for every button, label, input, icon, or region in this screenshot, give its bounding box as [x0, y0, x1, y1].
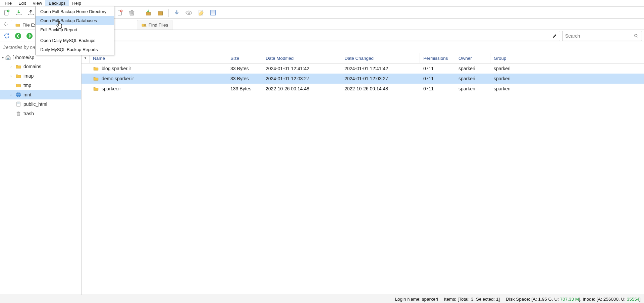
menubar: File Edit View Backups Help	[0, 0, 644, 7]
download-arrow-icon[interactable]	[172, 8, 181, 17]
nav-forward-icon[interactable]	[25, 31, 34, 41]
svg-point-19	[635, 34, 637, 37]
cell-group: sparkeri	[490, 76, 527, 81]
cell-size: 33 Bytes	[227, 76, 262, 81]
delete-file-icon[interactable]	[115, 8, 124, 17]
select-all-icon[interactable]	[208, 8, 218, 17]
search-icon	[634, 33, 639, 39]
search-input[interactable]	[565, 33, 634, 39]
edit-icon[interactable]	[196, 8, 206, 17]
svg-rect-15	[211, 10, 216, 15]
menu-backups[interactable]: Backups	[45, 0, 69, 6]
trash-icon[interactable]	[127, 8, 137, 17]
menu-edit[interactable]: Edit	[15, 0, 29, 6]
folder-icon	[15, 82, 21, 88]
search-box[interactable]	[562, 31, 642, 41]
toolbar-separator	[140, 9, 140, 17]
tree-root-label: [ /home/sp	[12, 55, 34, 60]
cell-perm: 0711	[420, 86, 455, 91]
svg-rect-24	[17, 104, 20, 104]
menu-help[interactable]: Help	[69, 0, 85, 6]
tree-item-trash[interactable]: trash	[0, 109, 81, 118]
cell-changed: 2024-01-01 12:03:27	[341, 76, 420, 81]
cell-owner: sparkeri	[455, 66, 490, 71]
cell-modified: 2024-01-01 12:03:27	[262, 76, 341, 81]
cell-changed: 2024-01-01 12:41:42	[341, 66, 420, 71]
cell-group: sparkeri	[490, 86, 527, 91]
dropdown-separator	[36, 35, 114, 35]
cell-owner: sparkeri	[455, 86, 490, 91]
col-modified[interactable]: Date Modified	[262, 53, 341, 63]
dropdown-daily-mysql-reports[interactable]: Daily MySQL Backup Reports	[36, 45, 114, 54]
dropdown-open-full-backup-databases[interactable]: Open Full Backup Databases	[36, 16, 114, 25]
svg-point-17	[15, 33, 21, 39]
svg-point-18	[26, 33, 33, 39]
status-login: Login Name: sparkeri	[395, 297, 438, 302]
folder-icon	[93, 86, 99, 92]
tree-item-label: imap	[23, 73, 34, 79]
file-list[interactable]: ▼ Name Size Date Modified Date Changed P…	[82, 53, 644, 295]
dropdown-open-daily-mysql[interactable]: Open Daily MySQL Backups	[36, 36, 114, 45]
col-changed[interactable]: Date Changed	[341, 53, 420, 63]
cell-size: 133 Bytes	[227, 86, 262, 91]
download-icon[interactable]	[14, 8, 23, 17]
col-owner[interactable]: Owner	[455, 53, 490, 63]
expand-icon[interactable]: ›	[9, 65, 13, 69]
tree-item-public_html[interactable]: public_html	[0, 99, 81, 109]
tab-find-files[interactable]: Find Files	[137, 20, 173, 30]
col-size[interactable]: Size	[227, 53, 262, 63]
drag-handle-icon[interactable]	[1, 19, 11, 30]
col-group[interactable]: Group	[490, 53, 527, 63]
dropdown-open-full-backup-home[interactable]: Open Full Backup Home Directory	[36, 7, 114, 16]
new-file-icon[interactable]	[2, 8, 11, 17]
file-icon	[15, 101, 21, 107]
cell-name: sparker.ir	[90, 86, 227, 92]
preview-icon[interactable]	[184, 8, 194, 17]
tree-item-label: mnt	[23, 92, 31, 97]
folder-icon	[15, 63, 21, 70]
edit-path-icon[interactable]	[551, 32, 558, 40]
tree-item-tmp[interactable]: tmp	[0, 81, 81, 90]
col-permissions[interactable]: Permissions	[420, 53, 455, 63]
tab-find-files-label: Find Files	[149, 23, 168, 28]
table-row[interactable]: sparker.ir133 Bytes2022-10-26 00:14:4820…	[82, 84, 644, 94]
svg-rect-23	[17, 103, 20, 103]
status-disk: Disk Space: [A: 1.95 G, U: 707.33 M], In…	[506, 297, 641, 302]
tree-item-domains[interactable]: ›domains	[0, 62, 81, 71]
cell-modified: 2024-01-01 12:41:42	[262, 66, 341, 71]
nav-back-icon[interactable]	[13, 31, 23, 41]
extract-icon[interactable]	[144, 8, 153, 17]
svg-rect-20	[7, 58, 9, 60]
status-bar: Login Name: sparkeri Items: [Total: 3, S…	[0, 295, 644, 303]
cell-name: demo.sparker.ir	[90, 76, 227, 82]
svg-point-13	[188, 12, 190, 14]
table-row[interactable]: demo.sparker.ir33 Bytes2024-01-01 12:03:…	[82, 74, 644, 84]
tree-item-mnt[interactable]: ›mnt	[0, 90, 81, 99]
dropdown-full-backup-report[interactable]: Full Backup Report	[36, 25, 114, 34]
menu-file[interactable]: File	[1, 0, 15, 6]
folder-open-icon	[15, 22, 20, 28]
upload-icon[interactable]	[26, 8, 36, 17]
main-split: ▾ [ /home/sp ›domains›imaptmp›mntpublic_…	[0, 53, 644, 295]
trash-icon	[15, 111, 21, 117]
refresh-icon[interactable]	[2, 31, 11, 41]
backups-dropdown[interactable]: Open Full Backup Home Directory Open Ful…	[35, 6, 114, 55]
cell-perm: 0711	[420, 66, 455, 71]
cell-modified: 2022-10-26 00:14:48	[262, 86, 341, 91]
toolbar-separator	[168, 9, 169, 17]
cell-size: 33 Bytes	[227, 66, 262, 71]
status-items: Items: [Total: 3, Selected: 1]	[444, 297, 500, 302]
compress-icon[interactable]	[156, 8, 165, 17]
cell-perm: 0711	[420, 76, 455, 81]
cell-owner: sparkeri	[455, 76, 490, 81]
tree-item-imap[interactable]: ›imap	[0, 71, 81, 81]
folder-tree[interactable]: ▾ [ /home/sp ›domains›imaptmp›mntpublic_…	[0, 53, 82, 295]
expand-icon[interactable]: ›	[9, 93, 13, 97]
tree-item-label: public_html	[23, 101, 47, 107]
expand-icon[interactable]: ›	[9, 74, 13, 78]
breadcrumb[interactable]: ackup ▶ domains ▶	[36, 31, 560, 41]
menu-view[interactable]: View	[29, 0, 45, 6]
folder-icon	[15, 73, 21, 79]
search-folder-icon	[141, 22, 147, 28]
table-row[interactable]: blog.sparker.ir33 Bytes2024-01-01 12:41:…	[82, 63, 644, 74]
